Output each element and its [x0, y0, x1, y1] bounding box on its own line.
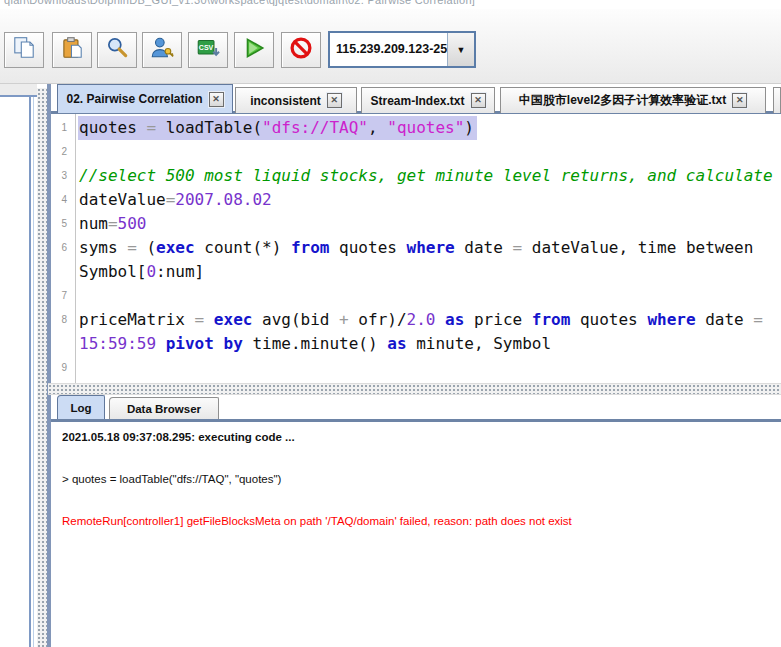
server-combobox-value: 115.239.209.123-25... [330, 33, 447, 66]
log-line: RemoteRun[controller1] getFileBlocksMeta… [62, 514, 779, 528]
log-line [62, 444, 779, 458]
paste-button[interactable] [52, 32, 92, 68]
chevron-down-icon[interactable]: ▼ [447, 33, 474, 66]
code-line-text: //select 500 most liquid stocks, get min… [78, 164, 776, 188]
code-line-text: syms = (exec count(*) from quotes where … [78, 236, 766, 260]
code-line-text: priceMatrix = exec avg(bid + ofr)/2.0 as… [78, 308, 766, 332]
code-line-text: num=500 [78, 212, 149, 236]
line-number: 8 [51, 308, 67, 332]
tab-close-icon[interactable]: ✕ [209, 92, 224, 107]
paste-icon [59, 35, 85, 65]
run-button[interactable] [234, 32, 274, 68]
editor-tab-label: 02. Pairwise Correlation [66, 92, 202, 106]
line-number: 3 [51, 164, 67, 188]
horizontal-splitter[interactable] [48, 383, 781, 395]
stop-icon [288, 35, 314, 65]
line-number: 9 [51, 356, 67, 380]
toolbar: CSV 115.239.209.123-25... ▼ [0, 9, 781, 84]
code-line-text: Symbol[0:num] [78, 260, 207, 284]
editor-tab-label: inconsistent [250, 94, 321, 108]
code-line-text: dateValue=2007.08.02 [78, 188, 275, 212]
log-line: > quotes = loadTable("dfs://TAQ", "quote… [62, 472, 779, 486]
workspace-panel-border-top [0, 95, 37, 97]
editor-tab-label: 中国股市level2多因子计算效率验证.txt [519, 92, 726, 109]
bottom-pane: LogData Browser 2021.05.18 09:37:08.295:… [51, 395, 781, 647]
stop-button[interactable] [281, 32, 321, 68]
window-title: qian\Downloads\DolphinDB_GUI_v1.30\works… [4, 0, 475, 6]
log-line [62, 458, 779, 472]
code-row[interactable]: 6syms = (exec count(*) from quotes where… [51, 236, 781, 260]
search-icon [104, 35, 130, 65]
line-number: 6 [51, 236, 67, 260]
editor-tabbar: 02. Pairwise Correlation✕inconsistent✕St… [51, 84, 781, 114]
bottom-tab-log[interactable]: Log [57, 395, 105, 420]
log-line [62, 500, 779, 514]
editor-tab[interactable]: Stream-Index.txt✕ [361, 87, 495, 113]
bottom-tabbar-underline [51, 419, 781, 422]
workspace-panel-border [29, 97, 31, 647]
editor-tab-label: Stream-Index.txt [370, 94, 464, 108]
code-area[interactable]: 1quotes = loadTable("dfs://TAQ", "quotes… [51, 116, 781, 380]
tab-close-icon[interactable]: ✕ [732, 93, 747, 108]
user-login-button[interactable] [142, 32, 182, 68]
export-csv-button[interactable]: CSV [188, 32, 228, 68]
code-row[interactable]: Symbol[0:num] [51, 260, 781, 284]
line-number: 4 [51, 188, 67, 212]
log-line: 2021.05.18 09:37:08.295: executing code … [62, 430, 779, 444]
search-button[interactable] [97, 32, 137, 68]
copy-icon [11, 35, 37, 65]
editor-tab[interactable]: inconsistent✕ [235, 87, 357, 113]
dolphindb-gui-window: qian\Downloads\DolphinDB_GUI_v1.30\works… [0, 0, 781, 647]
code-row[interactable]: 9 [51, 356, 781, 380]
code-row[interactable]: 7 [51, 284, 781, 308]
code-row[interactable]: 2 [51, 140, 781, 164]
tab-close-icon[interactable]: ✕ [327, 93, 342, 108]
editor-tab-partial[interactable] [773, 87, 781, 113]
code-editor[interactable]: 1quotes = loadTable("dfs://TAQ", "quotes… [51, 114, 781, 383]
vertical-splitter[interactable] [37, 88, 47, 647]
line-number: 1 [51, 116, 67, 140]
code-row[interactable]: 3//select 500 most liquid stocks, get mi… [51, 164, 781, 188]
editor-tab[interactable]: 中国股市level2多因子计算效率验证.txt✕ [500, 87, 766, 113]
workspace-panel-border-inner [33, 97, 34, 647]
line-number: 7 [51, 284, 67, 308]
workspace-panel-edge [0, 95, 37, 647]
code-line-text: 15:59:59 pivot by time.minute() as minut… [78, 332, 554, 356]
code-row[interactable]: 5num=500 [51, 212, 781, 236]
bottom-tab-data-browser[interactable]: Data Browser [109, 397, 219, 420]
code-row[interactable]: 8priceMatrix = exec avg(bid + ofr)/2.0 a… [51, 308, 781, 332]
bottom-tab-label: Log [70, 402, 91, 414]
log-output[interactable]: 2021.05.18 09:37:08.295: executing code … [62, 430, 779, 643]
line-number: 5 [51, 212, 67, 236]
left-panel-gap [0, 84, 37, 95]
export-csv-icon: CSV [195, 35, 221, 65]
editor-tab[interactable]: 02. Pairwise Correlation✕ [57, 84, 233, 113]
line-number: 2 [51, 140, 67, 164]
log-line [62, 486, 779, 500]
run-icon [241, 35, 267, 65]
copy-button[interactable] [4, 32, 44, 68]
user-login-icon [149, 35, 175, 65]
code-row[interactable]: 1quotes = loadTable("dfs://TAQ", "quotes… [51, 116, 781, 140]
bottom-tab-label: Data Browser [127, 403, 201, 415]
code-row[interactable]: 15:59:59 pivot by time.minute() as minut… [51, 332, 781, 356]
window-titlebar: qian\Downloads\DolphinDB_GUI_v1.30\works… [0, 0, 781, 9]
code-row[interactable]: 4dateValue=2007.08.02 [51, 188, 781, 212]
code-line-text: quotes = loadTable("dfs://TAQ", "quotes"… [78, 116, 477, 140]
server-combobox[interactable]: 115.239.209.123-25... ▼ [328, 31, 476, 68]
svg-text:CSV: CSV [199, 44, 214, 51]
tab-close-icon[interactable]: ✕ [471, 93, 486, 108]
